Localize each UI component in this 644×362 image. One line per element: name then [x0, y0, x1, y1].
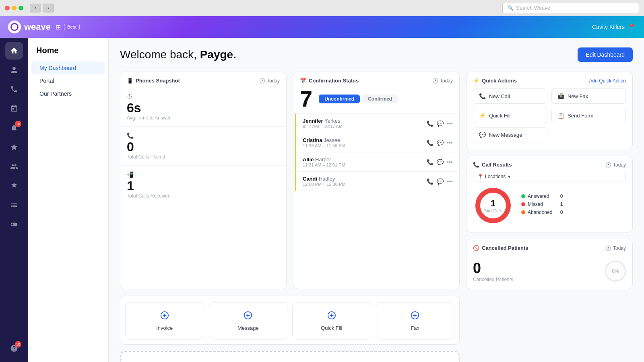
browser-navigation: ‹ ›	[30, 4, 54, 12]
close-window-button[interactable]	[5, 6, 10, 10]
conf-item-1-time: 11:28 AM – 11:58 AM	[303, 143, 423, 148]
new-fax-icon: 📠	[557, 93, 564, 99]
call-results-body: 1 Total Calls Answered 0	[466, 185, 632, 232]
call-action-icon-1[interactable]: 📞	[427, 140, 433, 146]
maximize-window-button[interactable]	[19, 6, 23, 10]
sidebar-item-reviews[interactable]	[5, 138, 23, 156]
call-action-icon[interactable]: 📞	[427, 120, 433, 127]
sidebar-item-reports[interactable]	[5, 196, 23, 214]
call-action-icon-3[interactable]: 📞	[427, 178, 433, 185]
cancelled-period-label: Today	[613, 245, 626, 251]
chevron-down-icon: ▾	[508, 174, 510, 179]
empty-widget-area[interactable]	[120, 351, 460, 362]
conf-item-1-info: Cristina Jessee 11:28 AM – 11:58 AM	[303, 137, 423, 148]
forward-button[interactable]: ›	[43, 4, 54, 12]
browser-window-controls	[5, 6, 23, 10]
calls-received-value: 1	[127, 179, 280, 192]
more-action-icon-2[interactable]: •••	[447, 159, 453, 165]
new-call-button[interactable]: 📞 New Call	[473, 88, 547, 104]
nav-item-portal[interactable]: Portal	[31, 74, 105, 87]
fax-action[interactable]: Fax	[376, 302, 455, 339]
back-button[interactable]: ‹	[30, 4, 41, 12]
nav-item-our-partners[interactable]: Our Partners	[31, 87, 105, 100]
missed-count: 1	[555, 202, 563, 207]
locations-dropdown[interactable]: 📍 Locations ▾	[473, 172, 626, 181]
more-action-icon-3[interactable]: •••	[447, 178, 453, 185]
new-message-label: New Message	[489, 132, 522, 138]
confirmation-status-header: 📅 Confirmation Status 🕐 Today	[293, 72, 459, 88]
sidebar-item-integrations[interactable]	[5, 216, 23, 233]
add-quick-action-link[interactable]: Add Quick Action	[589, 78, 626, 84]
cancelled-patients-header: 🚫 Cancelled Patients 🕐 Today	[466, 239, 632, 255]
conf-item-2-time: 11:31 AM – 12:01 PM	[303, 162, 423, 167]
sidebar-item-home[interactable]	[5, 42, 23, 60]
message-action[interactable]: Message	[209, 302, 288, 339]
quick-fill-icon: ⚡	[479, 112, 486, 119]
total-calls-number: 1	[484, 198, 502, 209]
unconfirmed-button[interactable]: Unconfirmed	[319, 95, 360, 103]
edit-dashboard-button[interactable]: Edit Dashboard	[578, 47, 633, 62]
dashboard-grid: 📱 Phones Snapshot 🕐 Today ⏱ 6s Avg. Time…	[120, 72, 633, 289]
abandoned-label: Abandoned	[528, 210, 552, 215]
legend-abandoned: Abandoned 0	[521, 210, 563, 215]
send-form-button[interactable]: 📋 Send Form	[551, 108, 626, 123]
sidebar-item-calendar[interactable]	[5, 100, 23, 117]
nav-title: Home	[28, 46, 108, 62]
conf-item-0-time: 9:47 AM – 10:17 AM	[303, 124, 423, 129]
conf-item-0-info: Jennifer Yerkes 9:47 AM – 10:17 AM	[303, 118, 423, 129]
calls-placed-label: Total Calls Placed	[127, 154, 280, 160]
quick-actions-card: ⚡ Quick Actions Add Quick Action 📞 New C…	[466, 72, 633, 149]
minimize-window-button[interactable]	[12, 6, 17, 10]
bottom-row: Invoice Message	[120, 296, 633, 362]
topbar: weave ⊞ Beta Cavity Killers 📍	[0, 16, 644, 38]
cancelled-title-area: 🚫 Cancelled Patients	[473, 245, 528, 251]
quick-fill-button[interactable]: ⚡ Quick Fill	[473, 108, 547, 123]
calls-placed-icon: 📞	[127, 132, 280, 139]
more-action-icon[interactable]: •••	[447, 120, 453, 127]
message-action-icon-2[interactable]: 💬	[437, 159, 444, 165]
clock-icon: 🕐	[259, 78, 265, 84]
call-results-donut: 1 Total Calls	[473, 185, 513, 226]
send-form-icon: 📋	[557, 112, 564, 119]
new-fax-button[interactable]: 📠 New Fax	[551, 88, 626, 104]
sidebar-item-contacts[interactable]	[5, 61, 23, 79]
message-action-icon-1[interactable]: 💬	[437, 140, 444, 146]
locations-label: Locations	[485, 174, 506, 179]
call-results-title: Call Results	[482, 162, 512, 168]
message-action-icon[interactable]: 💬	[437, 120, 444, 127]
location-name: Cavity Killers	[592, 24, 625, 30]
invoice-action[interactable]: Invoice	[125, 302, 204, 339]
phones-snapshot-period: 🕐 Today	[259, 78, 280, 84]
avg-time-icon: ⏱	[127, 93, 280, 100]
abandoned-count: 0	[555, 210, 563, 215]
location-icon: 📍	[477, 174, 483, 179]
browser-search-bar[interactable]: 🔍 Search Weave	[502, 3, 639, 13]
nav-item-my-dashboard[interactable]: My Dashboard	[31, 62, 105, 74]
confirmed-button[interactable]: Confirmed	[362, 95, 398, 103]
cancelled-period: 🕐 Today	[605, 245, 626, 251]
message-label: Message	[237, 325, 259, 331]
sidebar-item-team[interactable]	[5, 158, 23, 175]
logo-text: weave	[24, 22, 51, 32]
sidebar-bottom: 10	[5, 339, 23, 362]
sidebar-item-alerts[interactable]: 10	[5, 119, 23, 137]
quick-actions-title: ⚡ Quick Actions	[473, 78, 517, 84]
new-message-button[interactable]: 💬 New Message	[473, 127, 547, 142]
more-action-icon-1[interactable]: •••	[447, 140, 453, 146]
conf-item-2-info: Allie Harper 11:31 AM – 12:01 PM	[303, 156, 423, 167]
grid-menu-icon[interactable]: ⊞	[56, 23, 61, 31]
sidebar-item-settings[interactable]	[5, 177, 23, 195]
call-action-icon-2[interactable]: 📞	[427, 159, 433, 165]
sidebar-item-help[interactable]: 10	[5, 339, 23, 357]
new-fax-label: New Fax	[568, 93, 588, 99]
message-action-icon-3[interactable]: 💬	[437, 178, 444, 185]
sidebar-icons: 10 10	[0, 38, 28, 362]
conf-item-3-time: 12:00 PM – 12:30 PM	[303, 182, 423, 187]
quick-fill-action[interactable]: Quick Fill	[292, 302, 371, 339]
sidebar-item-phone[interactable]	[5, 80, 23, 98]
confirmation-period-label: Today	[440, 78, 453, 84]
answered-dot	[521, 194, 525, 198]
conf-item-3: Candi Hadley 12:00 PM – 12:30 PM 📞 💬 •••	[295, 171, 459, 191]
answered-label: Answered	[528, 193, 549, 199]
conf-item-1-actions: 📞 💬 •••	[427, 140, 453, 146]
